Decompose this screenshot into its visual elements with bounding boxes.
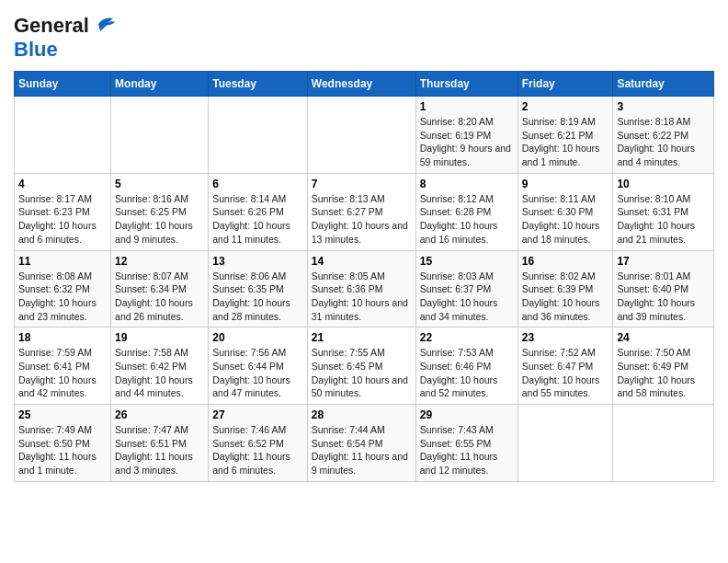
calendar-cell: 9 Sunrise: 8:11 AM Sunset: 6:30 PM Dayli… bbox=[518, 173, 613, 250]
sunset-text: Sunset: 6:21 PM bbox=[522, 130, 594, 141]
calendar-cell bbox=[111, 97, 209, 174]
sunset-text: Sunset: 6:26 PM bbox=[212, 206, 284, 217]
daylight-text: Daylight: 10 hours and 1 minute. bbox=[522, 143, 600, 167]
sunset-text: Sunset: 6:39 PM bbox=[522, 283, 594, 294]
weekday-header-friday: Friday bbox=[518, 72, 613, 97]
sunset-text: Sunset: 6:45 PM bbox=[312, 361, 383, 372]
sunrise-text: Sunrise: 8:08 AM bbox=[18, 270, 92, 282]
sunset-text: Sunset: 6:23 PM bbox=[18, 206, 90, 217]
daylight-text: Daylight: 9 hours and 59 minutes. bbox=[420, 143, 511, 167]
logo: General Blue bbox=[14, 14, 117, 62]
day-number: 14 bbox=[312, 255, 412, 268]
day-number: 13 bbox=[212, 255, 303, 268]
weekday-header-monday: Monday bbox=[111, 72, 209, 97]
calendar-cell bbox=[15, 97, 111, 174]
sunset-text: Sunset: 6:25 PM bbox=[115, 206, 187, 217]
calendar-cell: 16 Sunrise: 8:02 AM Sunset: 6:39 PM Dayl… bbox=[518, 250, 613, 327]
sunrise-text: Sunrise: 8:20 AM bbox=[420, 116, 494, 127]
day-info: Sunrise: 8:01 AM Sunset: 6:40 PM Dayligh… bbox=[617, 270, 710, 324]
day-number: 3 bbox=[617, 100, 710, 113]
sunrise-text: Sunrise: 8:06 AM bbox=[212, 270, 286, 282]
day-number: 11 bbox=[18, 255, 107, 268]
day-info: Sunrise: 7:53 AM Sunset: 6:46 PM Dayligh… bbox=[420, 346, 514, 400]
calendar-cell: 5 Sunrise: 8:16 AM Sunset: 6:25 PM Dayli… bbox=[111, 173, 209, 250]
calendar-cell: 13 Sunrise: 8:06 AM Sunset: 6:35 PM Dayl… bbox=[209, 250, 308, 327]
calendar-cell: 11 Sunrise: 8:08 AM Sunset: 6:32 PM Dayl… bbox=[15, 250, 111, 327]
logo-bird-icon bbox=[91, 15, 117, 33]
sunset-text: Sunset: 6:44 PM bbox=[212, 361, 284, 372]
weekday-header-sunday: Sunday bbox=[15, 72, 111, 97]
day-number: 12 bbox=[115, 255, 204, 268]
weekday-header-tuesday: Tuesday bbox=[209, 72, 308, 97]
calendar-cell: 23 Sunrise: 7:52 AM Sunset: 6:47 PM Dayl… bbox=[518, 327, 613, 405]
sunset-text: Sunset: 6:37 PM bbox=[420, 283, 492, 294]
daylight-text: Daylight: 10 hours and 42 minutes. bbox=[18, 374, 97, 399]
daylight-text: Daylight: 11 hours and 12 minutes. bbox=[420, 451, 498, 476]
sunrise-text: Sunrise: 7:46 AM bbox=[212, 424, 286, 435]
calendar-week-row: 18 Sunrise: 7:59 AM Sunset: 6:41 PM Dayl… bbox=[15, 327, 714, 405]
day-info: Sunrise: 7:52 AM Sunset: 6:47 PM Dayligh… bbox=[522, 346, 609, 400]
calendar-cell: 28 Sunrise: 7:44 AM Sunset: 6:54 PM Dayl… bbox=[307, 405, 415, 482]
daylight-text: Daylight: 10 hours and 13 minutes. bbox=[312, 220, 408, 245]
day-number: 1 bbox=[420, 100, 514, 113]
daylight-text: Daylight: 10 hours and 58 minutes. bbox=[617, 374, 695, 399]
daylight-text: Daylight: 10 hours and 44 minutes. bbox=[115, 374, 193, 399]
day-info: Sunrise: 8:05 AM Sunset: 6:36 PM Dayligh… bbox=[312, 270, 412, 324]
day-info: Sunrise: 7:46 AM Sunset: 6:52 PM Dayligh… bbox=[212, 423, 303, 477]
sunset-text: Sunset: 6:30 PM bbox=[522, 206, 594, 217]
sunrise-text: Sunrise: 7:49 AM bbox=[18, 424, 92, 435]
day-number: 19 bbox=[115, 331, 204, 344]
calendar-table: SundayMondayTuesdayWednesdayThursdayFrid… bbox=[14, 71, 714, 482]
sunrise-text: Sunrise: 8:17 AM bbox=[18, 193, 92, 204]
daylight-text: Daylight: 10 hours and 26 minutes. bbox=[115, 297, 193, 322]
daylight-text: Daylight: 10 hours and 36 minutes. bbox=[522, 297, 600, 322]
day-number: 7 bbox=[312, 178, 412, 190]
daylight-text: Daylight: 10 hours and 47 minutes. bbox=[212, 374, 290, 399]
sunrise-text: Sunrise: 8:19 AM bbox=[522, 116, 596, 127]
day-info: Sunrise: 7:44 AM Sunset: 6:54 PM Dayligh… bbox=[312, 423, 412, 477]
daylight-text: Daylight: 10 hours and 18 minutes. bbox=[522, 220, 600, 245]
daylight-text: Daylight: 11 hours and 9 minutes. bbox=[312, 451, 408, 476]
calendar-cell: 14 Sunrise: 8:05 AM Sunset: 6:36 PM Dayl… bbox=[307, 250, 415, 327]
weekday-header-thursday: Thursday bbox=[415, 72, 518, 97]
calendar-cell: 12 Sunrise: 8:07 AM Sunset: 6:34 PM Dayl… bbox=[111, 250, 209, 327]
sunrise-text: Sunrise: 8:13 AM bbox=[312, 193, 385, 204]
daylight-text: Daylight: 10 hours and 34 minutes. bbox=[420, 297, 498, 322]
day-number: 5 bbox=[115, 178, 204, 190]
calendar-cell bbox=[209, 97, 308, 174]
day-info: Sunrise: 8:19 AM Sunset: 6:21 PM Dayligh… bbox=[522, 115, 609, 169]
day-number: 17 bbox=[617, 255, 710, 268]
sunset-text: Sunset: 6:46 PM bbox=[420, 361, 492, 372]
day-number: 6 bbox=[212, 178, 303, 190]
day-info: Sunrise: 7:47 AM Sunset: 6:51 PM Dayligh… bbox=[115, 423, 204, 477]
day-number: 22 bbox=[420, 331, 514, 344]
calendar-week-row: 25 Sunrise: 7:49 AM Sunset: 6:50 PM Dayl… bbox=[15, 405, 714, 482]
sunset-text: Sunset: 6:27 PM bbox=[312, 206, 383, 217]
day-info: Sunrise: 8:03 AM Sunset: 6:37 PM Dayligh… bbox=[420, 270, 514, 324]
sunset-text: Sunset: 6:19 PM bbox=[420, 130, 492, 141]
day-number: 18 bbox=[18, 331, 107, 344]
day-number: 8 bbox=[420, 178, 514, 190]
sunrise-text: Sunrise: 8:05 AM bbox=[312, 270, 385, 282]
day-info: Sunrise: 8:17 AM Sunset: 6:23 PM Dayligh… bbox=[18, 192, 107, 247]
calendar-cell: 18 Sunrise: 7:59 AM Sunset: 6:41 PM Dayl… bbox=[15, 327, 111, 405]
day-info: Sunrise: 7:49 AM Sunset: 6:50 PM Dayligh… bbox=[18, 423, 107, 477]
logo-general: General bbox=[14, 14, 89, 38]
calendar-cell: 17 Sunrise: 8:01 AM Sunset: 6:40 PM Dayl… bbox=[613, 250, 714, 327]
sunset-text: Sunset: 6:54 PM bbox=[312, 438, 383, 449]
day-number: 9 bbox=[522, 178, 609, 190]
day-number: 29 bbox=[420, 408, 514, 421]
day-info: Sunrise: 8:08 AM Sunset: 6:32 PM Dayligh… bbox=[18, 270, 107, 324]
sunrise-text: Sunrise: 7:58 AM bbox=[115, 347, 188, 358]
daylight-text: Daylight: 11 hours and 6 minutes. bbox=[212, 451, 290, 476]
daylight-text: Daylight: 11 hours and 1 minute. bbox=[18, 451, 97, 476]
day-info: Sunrise: 8:14 AM Sunset: 6:26 PM Dayligh… bbox=[212, 192, 303, 247]
calendar-cell: 27 Sunrise: 7:46 AM Sunset: 6:52 PM Dayl… bbox=[209, 405, 308, 482]
sunrise-text: Sunrise: 7:44 AM bbox=[312, 424, 385, 435]
day-info: Sunrise: 7:56 AM Sunset: 6:44 PM Dayligh… bbox=[212, 346, 303, 400]
sunrise-text: Sunrise: 8:16 AM bbox=[115, 193, 188, 204]
sunset-text: Sunset: 6:28 PM bbox=[420, 206, 492, 217]
day-info: Sunrise: 8:06 AM Sunset: 6:35 PM Dayligh… bbox=[212, 270, 303, 324]
day-number: 25 bbox=[18, 408, 107, 421]
day-info: Sunrise: 7:58 AM Sunset: 6:42 PM Dayligh… bbox=[115, 346, 204, 400]
